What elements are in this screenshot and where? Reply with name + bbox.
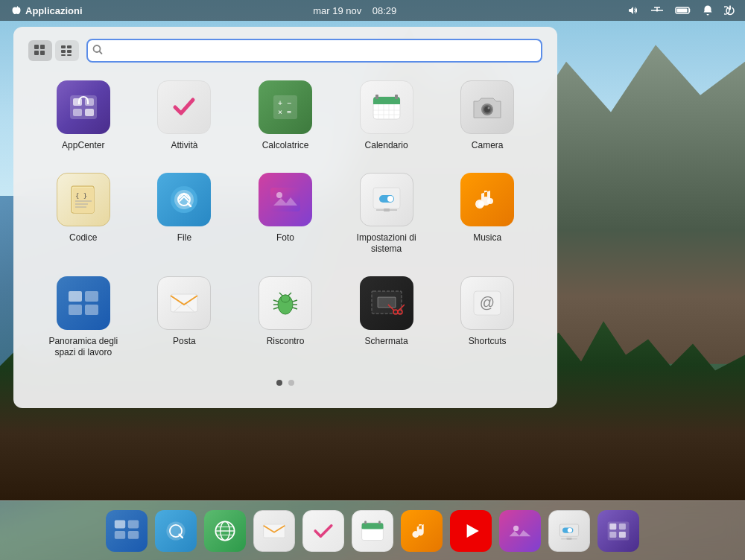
posta-label: Posta: [173, 336, 196, 348]
power-icon[interactable]: [724, 4, 736, 16]
volume-icon[interactable]: [627, 4, 639, 16]
dock-item-posta[interactable]: [253, 510, 295, 552]
app-item-calendario[interactable]: Calendario: [339, 74, 434, 158]
dock-item-impostazioni[interactable]: [548, 510, 590, 552]
app-item-codice[interactable]: { } Codice: [36, 167, 131, 261]
svg-rect-77: [128, 520, 139, 528]
dock-item-file[interactable]: [155, 510, 197, 552]
app-launcher: AppCenter Attività + − × = Calcolatrice: [13, 27, 557, 408]
calcolatrice-label: Calcolatrice: [262, 140, 309, 152]
dock: [0, 500, 745, 560]
dock-item-foto[interactable]: [499, 510, 541, 552]
svg-point-47: [276, 192, 282, 198]
svg-point-50: [387, 196, 393, 202]
page-dot-1[interactable]: [276, 380, 282, 386]
app-item-panoramica[interactable]: Panoramica degli spazi di lavoro: [36, 270, 131, 365]
list-view-button[interactable]: [55, 40, 79, 61]
svg-point-97: [568, 527, 572, 532]
dock-item-musica[interactable]: [401, 510, 443, 552]
svg-line-62: [279, 293, 282, 296]
schermata-label: Schermata: [365, 336, 408, 348]
app-item-riscontro[interactable]: Riscontro: [238, 270, 333, 365]
menubar-time: 08:29: [372, 5, 397, 16]
panoramica-label: Panoramica degli spazi di lavoro: [39, 336, 128, 359]
app-item-attivita[interactable]: Attività: [137, 74, 232, 158]
page-dots: [28, 380, 542, 386]
svg-rect-56: [85, 291, 98, 302]
menubar-datetime: mar 19 nov 08:29: [83, 5, 627, 16]
svg-line-63: [288, 293, 291, 296]
svg-rect-78: [115, 531, 125, 539]
app-item-posta[interactable]: Posta: [137, 270, 232, 365]
svg-rect-91: [364, 521, 367, 524]
foto-label: Foto: [276, 232, 294, 244]
impostazioni-label: Impostazioni di sistema: [342, 232, 431, 255]
svg-text:+ −: + −: [278, 99, 291, 107]
attivita-label: Attività: [171, 140, 197, 152]
svg-text:× =: × =: [278, 108, 291, 116]
app-grid: AppCenter Attività + − × = Calcolatrice: [28, 74, 542, 365]
notification-icon[interactable]: [702, 4, 714, 16]
dock-item-attivita[interactable]: [302, 510, 344, 552]
svg-rect-104: [619, 531, 626, 537]
apple-logo-icon[interactable]: [9, 4, 21, 16]
svg-rect-92: [378, 521, 381, 524]
calendario-label: Calendario: [365, 140, 408, 152]
dock-item-appcenter[interactable]: [597, 510, 639, 552]
file-label: File: [177, 232, 191, 244]
camera-label: Camera: [472, 140, 504, 152]
posta-icon: [157, 276, 211, 330]
svg-rect-76: [115, 520, 125, 528]
svg-rect-5: [34, 51, 39, 55]
attivita-icon: [157, 80, 211, 134]
svg-rect-79: [128, 531, 139, 539]
network-icon[interactable]: [650, 4, 665, 16]
app-item-schermata[interactable]: Schermata: [339, 270, 434, 365]
camera-icon: [460, 80, 514, 134]
svg-rect-8: [67, 45, 72, 48]
svg-marker-93: [467, 524, 479, 538]
grid-view-button[interactable]: [28, 40, 52, 61]
foto-icon: [259, 173, 312, 226]
svg-rect-11: [61, 54, 66, 56]
menubar-date: mar 19 nov: [313, 5, 361, 16]
search-input[interactable]: [86, 39, 542, 63]
svg-line-69: [293, 308, 297, 309]
view-toggle: [28, 40, 79, 61]
svg-rect-87: [264, 524, 285, 538]
svg-rect-6: [40, 51, 45, 55]
svg-rect-15: [73, 98, 82, 106]
svg-line-66: [273, 308, 278, 309]
riscontro-icon: [259, 276, 312, 330]
svg-point-54: [487, 198, 493, 204]
svg-rect-90: [362, 526, 384, 529]
svg-rect-3: [34, 45, 39, 49]
app-item-shortcuts[interactable]: @ Shortcuts: [440, 270, 535, 365]
file-icon: [157, 173, 211, 226]
svg-rect-71: [378, 297, 396, 308]
svg-rect-32: [395, 95, 398, 99]
appcenter-label: AppCenter: [62, 140, 104, 152]
app-item-foto[interactable]: Foto: [238, 167, 333, 261]
app-item-appcenter[interactable]: AppCenter: [36, 74, 131, 158]
app-item-impostazioni[interactable]: Impostazioni di sistema: [339, 167, 434, 261]
svg-rect-31: [375, 95, 378, 99]
codice-icon: { }: [57, 173, 110, 226]
page-dot-2[interactable]: [288, 380, 294, 386]
dock-item-panoramica[interactable]: [106, 510, 148, 552]
app-item-file[interactable]: File: [137, 167, 232, 261]
dock-item-browser[interactable]: [204, 510, 246, 552]
menubar: Applicazioni mar 19 nov 08:29: [0, 0, 745, 21]
shortcuts-icon: @: [460, 276, 514, 330]
svg-rect-18: [85, 109, 94, 116]
menubar-app-name[interactable]: Applicazioni: [25, 5, 83, 16]
app-item-musica[interactable]: Musica: [440, 167, 535, 261]
svg-rect-12: [67, 54, 72, 56]
battery-icon[interactable]: [675, 4, 691, 16]
dock-item-calendario[interactable]: [352, 510, 393, 552]
search-bar: [86, 39, 542, 63]
grid-icon: [34, 44, 47, 57]
app-item-calcolatrice[interactable]: + − × = Calcolatrice: [238, 74, 333, 158]
app-item-camera[interactable]: Camera: [440, 74, 535, 158]
dock-item-video[interactable]: [450, 510, 492, 552]
